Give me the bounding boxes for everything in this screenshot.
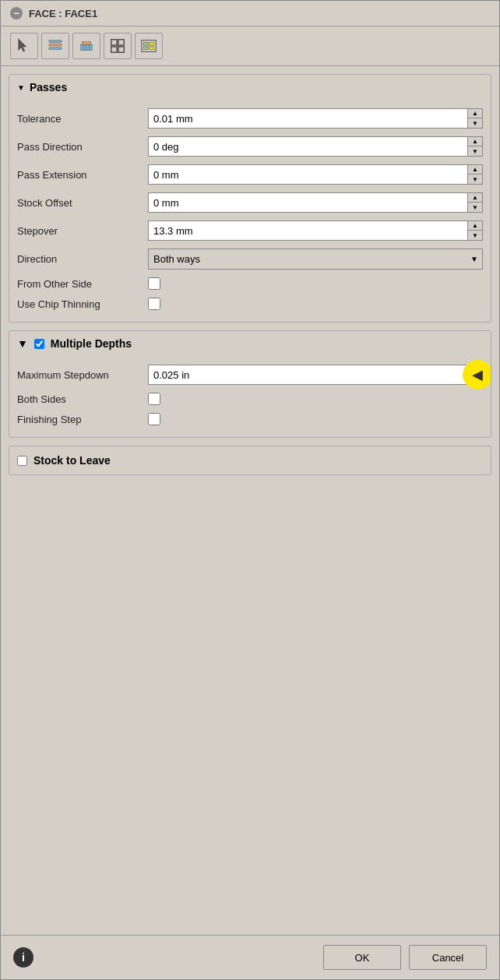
maximum-stepdown-spinner: ▲ ▼	[148, 365, 483, 385]
stepover-input[interactable]	[149, 221, 467, 240]
both-sides-checkbox[interactable]	[148, 393, 160, 405]
stepover-down-button[interactable]: ▼	[468, 231, 482, 240]
toolbar	[1, 26, 499, 66]
pass-direction-row: Pass Direction ▲ ▼	[17, 132, 483, 160]
passes-section-header[interactable]: ▼ Passes	[9, 75, 491, 100]
tool-button-4[interactable]	[104, 33, 132, 59]
main-content: ▼ Passes Tolerance ▲ ▼	[1, 66, 499, 935]
stepover-spinner: ▲ ▼	[148, 220, 483, 241]
finishing-step-control	[148, 413, 160, 425]
pass-direction-up-button[interactable]: ▲	[468, 137, 482, 146]
direction-dropdown-arrow-icon: ▼	[467, 255, 482, 263]
svg-rect-17	[150, 47, 154, 50]
both-sides-control	[148, 393, 160, 405]
direction-row: Direction Both ways One way Zigzag ▼	[17, 245, 483, 273]
use-chip-thinning-row: Use Chip Thinning	[17, 294, 483, 314]
direction-control: Both ways One way Zigzag ▼	[148, 249, 483, 270]
svg-rect-4	[83, 42, 91, 45]
ok-button[interactable]: OK	[323, 945, 401, 970]
pass-extension-up-button[interactable]: ▲	[468, 165, 482, 174]
tolerance-control: ▲ ▼	[148, 108, 483, 129]
svg-rect-3	[49, 48, 62, 50]
finishing-step-checkbox[interactable]	[148, 413, 160, 425]
stock-offset-control: ▲ ▼	[148, 192, 483, 213]
pass-extension-row: Pass Extension ▲ ▼	[17, 160, 483, 189]
pass-direction-spinner: ▲ ▼	[148, 136, 483, 157]
cancel-button[interactable]: Cancel	[409, 945, 487, 970]
tool-button-5[interactable]	[135, 33, 163, 59]
direction-select[interactable]: Both ways One way Zigzag	[149, 249, 467, 269]
tool-button-3[interactable]	[72, 33, 100, 59]
stepover-up-button[interactable]: ▲	[468, 221, 482, 231]
pass-direction-input[interactable]	[149, 137, 467, 156]
use-chip-thinning-label: Use Chip Thinning	[17, 298, 142, 310]
stock-to-leave-title: Stock to Leave	[33, 454, 111, 467]
bottom-right: OK Cancel	[323, 945, 487, 970]
direction-label: Direction	[17, 253, 142, 265]
stock-offset-label: Stock Offset	[17, 197, 142, 209]
tool-icon-4	[109, 37, 126, 55]
tolerance-up-button[interactable]: ▲	[468, 109, 482, 118]
svg-rect-15	[150, 42, 154, 45]
pass-extension-input[interactable]	[149, 165, 467, 184]
stepover-spinner-buttons: ▲ ▼	[467, 221, 482, 240]
both-sides-label: Both Sides	[17, 393, 142, 405]
from-other-side-label: From Other Side	[17, 278, 142, 290]
finishing-step-label: Finishing Step	[17, 414, 142, 425]
multiple-depths-section: ▼ Multiple Depths Maximum Stepdown ▲ ▼	[9, 330, 491, 438]
window-title: FACE : FACE1	[29, 8, 97, 19]
stock-offset-row: Stock Offset ▲ ▼	[17, 189, 483, 217]
collapse-button[interactable]: −	[10, 7, 23, 19]
pass-extension-spinner: ▲ ▼	[148, 164, 483, 185]
from-other-side-row: From Other Side	[17, 273, 483, 294]
pass-direction-control: ▲ ▼	[148, 136, 483, 157]
svg-rect-1	[49, 41, 62, 43]
tool-button-1[interactable]	[10, 33, 38, 59]
passes-section-title: Passes	[30, 81, 67, 93]
maximum-stepdown-input[interactable]	[149, 365, 467, 384]
bottom-left: i	[13, 947, 33, 968]
multiple-depths-title: Multiple Depths	[51, 337, 132, 350]
tool-button-2[interactable]	[41, 33, 69, 59]
from-other-side-control	[148, 277, 160, 290]
direction-dropdown-wrapper: Both ways One way Zigzag ▼	[148, 249, 483, 270]
stepover-control: ▲ ▼	[148, 220, 483, 241]
multiple-depths-body: Maximum Stepdown ▲ ▼ ◀ Both	[9, 356, 491, 437]
passes-section: ▼ Passes Tolerance ▲ ▼	[9, 74, 491, 323]
tolerance-row: Tolerance ▲ ▼	[17, 104, 483, 132]
info-button[interactable]: i	[13, 947, 33, 968]
svg-rect-10	[118, 40, 124, 45]
svg-rect-16	[144, 47, 149, 50]
multiple-depths-arrow-icon: ▼	[17, 337, 28, 350]
passes-section-body: Tolerance ▲ ▼ Pass Direction	[9, 100, 491, 322]
stepover-row: Stepover ▲ ▼	[17, 217, 483, 245]
stock-offset-input[interactable]	[149, 193, 467, 212]
from-other-side-checkbox[interactable]	[148, 277, 160, 290]
yellow-arrow-indicator: ◀	[463, 360, 491, 390]
pass-extension-down-button[interactable]: ▼	[468, 174, 482, 184]
multiple-depths-checkbox[interactable]	[34, 339, 44, 349]
tolerance-spinner: ▲ ▼	[148, 108, 483, 129]
stock-to-leave-checkbox[interactable]	[17, 456, 27, 466]
stock-to-leave-header[interactable]: Stock to Leave	[17, 454, 483, 467]
tolerance-down-button[interactable]: ▼	[468, 118, 482, 128]
maximum-stepdown-row: Maximum Stepdown ▲ ▼ ◀	[17, 361, 483, 389]
stock-offset-spinner: ▲ ▼	[148, 192, 483, 213]
svg-marker-0	[19, 39, 26, 52]
stock-offset-up-button[interactable]: ▲	[468, 193, 482, 203]
pass-extension-label: Pass Extension	[17, 169, 142, 181]
pass-direction-down-button[interactable]: ▼	[468, 146, 482, 156]
multiple-depths-header[interactable]: ▼ Multiple Depths	[9, 331, 491, 356]
pass-direction-label: Pass Direction	[17, 141, 142, 153]
bottom-bar: i OK Cancel	[1, 935, 499, 979]
stepover-label: Stepover	[17, 225, 142, 237]
tolerance-label: Tolerance	[17, 113, 142, 125]
tool-icon-1	[16, 37, 33, 55]
svg-rect-14	[144, 42, 149, 45]
use-chip-thinning-checkbox[interactable]	[148, 298, 160, 310]
tolerance-input[interactable]	[149, 109, 467, 128]
maximum-stepdown-label: Maximum Stepdown	[17, 369, 142, 381]
stock-offset-down-button[interactable]: ▼	[468, 203, 482, 212]
stock-to-leave-section: Stock to Leave	[9, 446, 491, 475]
svg-rect-13	[142, 41, 156, 52]
